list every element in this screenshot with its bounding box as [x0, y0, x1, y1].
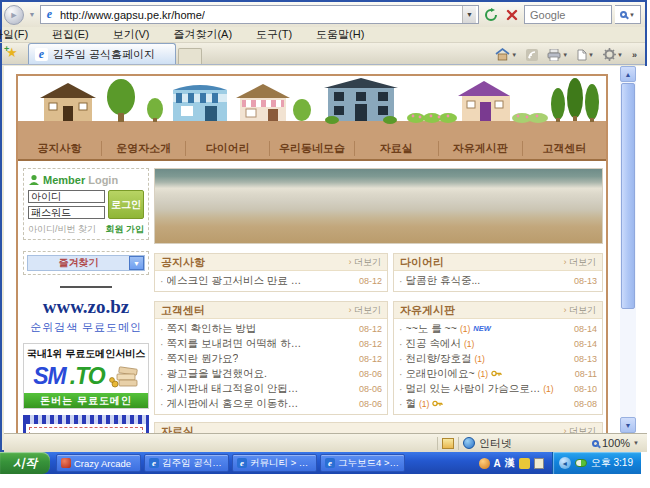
board-item[interactable]: 쪽지 확인하는 방법 08-12 [160, 321, 382, 336]
feeds-button[interactable] [526, 49, 538, 61]
stop-button[interactable] [503, 6, 521, 24]
page-button[interactable]: ▼ [577, 49, 594, 61]
zobz-ad[interactable]: www.zo.bz 순위검색 무료도메인 [23, 296, 149, 335]
board-item[interactable]: 게시판에서 홈으로 이동하… 08-06 [160, 396, 382, 411]
post-title-link[interactable]: 광고글을 발견했어요. [167, 367, 267, 381]
board-item[interactable]: 오래만이에요~ (1) 08-11 [399, 366, 597, 381]
password-field[interactable] [28, 206, 105, 219]
taskbar-task-button[interactable]: e 김주임 공식홈페이... [144, 454, 229, 472]
home-button[interactable]: ▼ [495, 48, 517, 61]
menu-item[interactable]: 보기(V) [111, 27, 152, 42]
taskbar-task-button[interactable]: e 그누보드4 > 그누4 ... [320, 454, 405, 472]
hide-icons-button[interactable]: ◄ [559, 457, 571, 469]
post-title-link[interactable]: 혈 [406, 397, 417, 411]
vertical-scrollbar[interactable]: ▲ ▼ [620, 66, 636, 433]
site-nav-item[interactable]: 다이어리 [186, 141, 270, 156]
post-title-link[interactable]: 멀리 있는 사람이 가슴으로… [406, 382, 541, 396]
board-item[interactable]: 광고글을 발견했어요. 08-06 [160, 366, 382, 381]
zoom-control[interactable]: 100% ▼ [592, 437, 647, 449]
menu-item[interactable]: 도움말(H) [314, 27, 366, 42]
favorites-select[interactable]: 즐겨찾기 ▼ [27, 255, 145, 271]
site-nav-item[interactable]: 공지사항 [18, 141, 102, 156]
post-title-link[interactable]: 게시판에서 홈으로 이동하… [167, 397, 299, 411]
taskbar-task-button[interactable]: e Crazy Arcade [56, 454, 141, 472]
scrollbar-thumb[interactable] [621, 83, 635, 309]
new-tab-button[interactable] [178, 48, 202, 64]
menu-item[interactable]: 도구(T) [254, 27, 294, 42]
site-nav-item[interactable]: 자유게시판 [439, 141, 523, 156]
menu-item[interactable]: 편집(E) [50, 27, 91, 42]
right-gap [636, 66, 647, 433]
site-nav-item[interactable]: 고객센터 [523, 141, 606, 156]
board-item[interactable]: 혈 (1) 08-08 [399, 396, 597, 411]
ime-status-icon[interactable] [479, 458, 490, 469]
site-nav-item[interactable]: 운영자소개 [102, 141, 186, 156]
history-dropdown-button[interactable]: ▼ [27, 6, 37, 24]
board-item[interactable]: ~~노 를 ~~ (1) NEW 08-14 [399, 321, 597, 336]
ime-hanja-button[interactable]: 漢 [505, 456, 515, 470]
banner-ad[interactable]: ★ 배너광고 접수중 ★ [23, 415, 149, 433]
post-title-link[interactable]: 천리향/장호걸 [406, 352, 472, 366]
site-nav-item[interactable]: 자료실 [355, 141, 439, 156]
add-favorite-button[interactable]: ★ [6, 45, 24, 63]
post-title-link[interactable]: 게시판내 태그적용이 안됩… [167, 382, 299, 396]
tools-button[interactable]: ▼ [603, 48, 623, 61]
board-item[interactable]: 천리향/장호걸 (1) 08-13 [399, 351, 597, 366]
start-button[interactable]: 시작 [0, 452, 50, 474]
post-title-link[interactable]: 쪽지 확인하는 방법 [167, 322, 257, 336]
dataroom-more-link[interactable]: 더보기 [564, 425, 597, 434]
tray-app-icon[interactable] [575, 459, 587, 467]
refresh-button[interactable] [482, 6, 500, 24]
board-item[interactable]: 에스크인 광고서비스 만료 … 08-12 [160, 273, 382, 288]
search-go-button[interactable]: ▼ [615, 5, 641, 24]
scroll-down-button[interactable]: ▼ [620, 417, 636, 433]
menu-item[interactable]: 파일(F) [0, 27, 30, 42]
menu-item[interactable]: 즐겨찾기(A) [171, 27, 234, 42]
board-item[interactable]: 멀리 있는 사람이 가슴으로… (1) 08-10 [399, 381, 597, 396]
post-title-link[interactable]: 진공 속에서 [406, 337, 461, 351]
login-button[interactable]: 로그인 [108, 190, 144, 219]
ime-pad-icon[interactable] [534, 458, 544, 469]
taskbar-task-button[interactable]: e 커뮤니티 > 자유게... [232, 454, 317, 472]
board-item[interactable]: 달콤한 휴식중... 08-13 [399, 273, 597, 288]
key-icon [432, 399, 443, 408]
ie-icon: e [325, 458, 335, 468]
board-item[interactable]: 쪽지란 뭔가요? 08-12 [160, 351, 382, 366]
comment-count: (1) [464, 339, 474, 349]
customer-more-link[interactable]: 더보기 [349, 304, 382, 317]
join-link[interactable]: 회원 가입 [105, 223, 144, 236]
post-title-link[interactable]: ~~노 를 ~~ [406, 322, 457, 336]
toolbar-overflow-chevron[interactable]: » [632, 50, 637, 60]
address-dropdown-button[interactable]: ▼ [462, 6, 476, 23]
game-icon [61, 458, 71, 468]
post-title-link[interactable]: 오래만이에요~ [406, 367, 475, 381]
post-title-link[interactable]: 달콤한 휴식중... [406, 274, 481, 288]
search-input[interactable] [528, 8, 608, 22]
find-id-password-link[interactable]: 아이디/비번 찾기 [28, 223, 96, 236]
board-item[interactable]: 쪽지를 보내려면 어떡해 하… 08-12 [160, 336, 382, 351]
site-nav-item[interactable]: 우리동네모습 [270, 141, 354, 156]
forward-button[interactable]: ► [4, 5, 24, 25]
browser-tab-active[interactable]: e 김주임 공식홈페이지 [28, 43, 176, 64]
ime-options-icon[interactable] [519, 458, 530, 469]
notice-more-link[interactable]: 더보기 [349, 256, 382, 269]
ime-latin-button[interactable]: A [494, 458, 501, 469]
diary-more-link[interactable]: 더보기 [564, 256, 597, 269]
search-box[interactable] [524, 5, 612, 24]
post-title-link[interactable]: 에스크인 광고서비스 만료 … [167, 274, 302, 288]
print-button[interactable]: ▼ [547, 49, 568, 61]
board-item[interactable]: 진공 속에서 (1) 08-14 [399, 336, 597, 351]
post-title-link[interactable]: 쪽지란 뭔가요? [167, 352, 239, 366]
favorites-dropdown-icon[interactable]: ▼ [129, 256, 144, 270]
smto-ad[interactable]: 국내1위 무료도메인서비스 SM.TO [23, 343, 149, 409]
taskbar-tasks: e Crazy Arcade e 김주임 공식홈페이... e 커뮤니티 > 자… [56, 454, 405, 472]
scroll-up-button[interactable]: ▲ [620, 66, 636, 82]
url-text[interactable]: http://www.gapsu.pe.kr/home/ [60, 9, 205, 21]
post-title-link[interactable]: 쪽지를 보내려면 어떡해 하… [167, 337, 302, 351]
board-item[interactable]: 게시판내 태그적용이 안됩… 08-06 [160, 381, 382, 396]
post-date: 08-12 [353, 339, 382, 349]
zobz-domain[interactable]: www.zo.bz [23, 296, 149, 318]
user-id-field[interactable] [28, 190, 105, 203]
free-board-more-link[interactable]: 더보기 [564, 304, 597, 317]
address-bar[interactable]: e http://www.gapsu.pe.kr/home/ ▼ [40, 5, 479, 24]
